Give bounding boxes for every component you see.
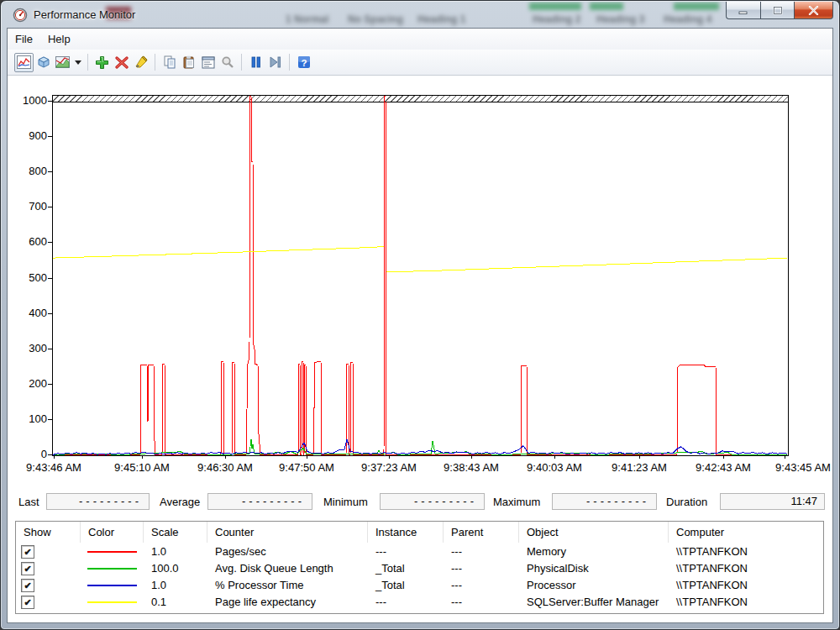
title-bar[interactable]: 1 NormalNo SpacingHeading 1Heading 2Head… xyxy=(2,2,838,29)
legend-cell-scale[interactable]: 1.0 xyxy=(144,543,207,560)
close-button[interactable] xyxy=(795,2,833,19)
stat-label-maximum: Maximum xyxy=(493,496,540,508)
show-checkbox[interactable]: ✔ xyxy=(21,596,34,609)
maximize-button[interactable] xyxy=(760,2,795,19)
legend-cell-counter[interactable]: Page life expectancy xyxy=(207,594,368,611)
menu-file[interactable]: File xyxy=(8,30,40,48)
show-checkbox[interactable]: ✔ xyxy=(21,562,34,575)
blurred-green-blob xyxy=(529,3,581,10)
chart-series-canvas xyxy=(53,96,788,455)
x-axis-tick-mark xyxy=(639,455,640,459)
show-checkbox[interactable]: ✔ xyxy=(21,579,34,592)
x-axis-tick-mark xyxy=(723,455,724,459)
x-axis-tick-mark xyxy=(471,455,472,459)
minimize-button[interactable] xyxy=(726,2,760,19)
legend-cell-parent[interactable]: --- xyxy=(444,543,519,560)
svg-text:?: ? xyxy=(301,58,307,68)
legend-header-object[interactable]: Object xyxy=(519,522,669,543)
stat-value-maximum: --------- xyxy=(552,493,657,510)
stat-value-average: --------- xyxy=(207,493,312,510)
legend-header-instance[interactable]: Instance xyxy=(368,522,444,543)
x-axis-tick-label: 9:41:23 AM xyxy=(601,461,678,474)
menu-bar: File Help xyxy=(8,29,832,50)
legend-header-show[interactable]: Show xyxy=(16,522,81,543)
x-axis-tick-label: 9:37:23 AM xyxy=(350,461,428,474)
help-button[interactable]: ? xyxy=(294,53,313,72)
step-forward-icon xyxy=(269,56,281,68)
properties-button[interactable] xyxy=(198,53,218,72)
zoom-button[interactable] xyxy=(218,53,237,72)
stat-label-average: Average xyxy=(160,496,200,508)
legend-cell-instance[interactable]: --- xyxy=(368,543,444,560)
menu-help[interactable]: Help xyxy=(40,30,78,48)
update-data-button[interactable] xyxy=(265,53,285,72)
legend-cell-computer[interactable]: \\TPTANFKON xyxy=(669,560,823,577)
legend-header-parent[interactable]: Parent xyxy=(444,522,519,543)
freeze-display-button[interactable] xyxy=(246,53,265,72)
add-counters-button[interactable] xyxy=(92,53,112,72)
x-axis-tick-label: 9:43:45 AM xyxy=(764,461,840,474)
series-line-pages-sec xyxy=(53,97,787,455)
stat-label-duration: Duration xyxy=(666,496,707,508)
legend-header-counter[interactable]: Counter xyxy=(207,522,368,543)
counter-legend-table: ShowColorScaleCounterInstanceParentObjec… xyxy=(15,521,824,614)
legend-cell-object[interactable]: Processor xyxy=(519,577,669,594)
legend-cell-computer[interactable]: \\TPTANFKON xyxy=(669,594,823,611)
series-line-page-life-expectancy xyxy=(53,247,384,259)
change-graph-type-button[interactable] xyxy=(53,53,72,72)
blurred-green-blob xyxy=(590,3,623,10)
legend-cell-scale[interactable]: 1.0 xyxy=(144,577,207,594)
legend-cell-parent[interactable]: --- xyxy=(444,560,519,577)
view-log-data-button[interactable] xyxy=(34,53,53,72)
paste-counter-list-button[interactable] xyxy=(179,53,198,72)
y-axis-tick-label: 400 xyxy=(10,307,47,319)
legend-cell-counter[interactable]: Pages/sec xyxy=(207,543,368,560)
blurred-background-item: Heading 1 xyxy=(417,13,465,25)
stat-label-last: Last xyxy=(18,496,39,508)
x-axis-tick-mark xyxy=(785,455,785,459)
stat-value-duration: 11:47 xyxy=(720,493,825,510)
legend-cell-instance[interactable]: _Total xyxy=(368,577,444,594)
pause-icon xyxy=(250,56,262,68)
x-axis-tick-mark xyxy=(142,455,143,459)
legend-cell-object[interactable]: PhysicalDisk xyxy=(519,560,669,577)
legend-cell-computer[interactable]: \\TPTANFKON xyxy=(669,577,823,594)
maximize-icon xyxy=(773,6,783,15)
window-title: Performance Monitor xyxy=(34,8,135,21)
legend-cell-counter[interactable]: % Processor Time xyxy=(207,577,368,594)
graph-type-dropdown[interactable] xyxy=(72,53,83,72)
legend-cell-parent[interactable]: --- xyxy=(444,594,519,611)
legend-cell-object[interactable]: Memory xyxy=(519,543,669,560)
properties-icon xyxy=(202,56,215,69)
legend-cell-object[interactable]: SQLServer:Buffer Manager xyxy=(519,594,669,611)
highlight-button[interactable] xyxy=(131,53,150,72)
y-axis-tick-label: 200 xyxy=(10,377,47,390)
legend-cell-scale[interactable]: 0.1 xyxy=(144,594,207,611)
legend-cell-instance[interactable]: _Total xyxy=(368,560,444,577)
caption-button-group xyxy=(726,2,833,19)
toolbar-separator xyxy=(155,54,155,71)
legend-cell-instance[interactable]: --- xyxy=(368,594,444,611)
x-axis-tick-mark xyxy=(54,455,55,459)
legend-cell-parent[interactable]: --- xyxy=(444,577,519,594)
legend-cell-counter[interactable]: Avg. Disk Queue Length xyxy=(207,560,368,577)
legend-cell-scale[interactable]: 100.0 xyxy=(144,560,207,577)
x-axis-tick-mark xyxy=(225,455,226,459)
blurred-background-item: Heading 2 xyxy=(533,13,580,25)
counter-color-swatch xyxy=(87,601,137,603)
legend-header-scale[interactable]: Scale xyxy=(144,522,207,543)
counter-color-swatch xyxy=(87,551,137,553)
chart-plot-area[interactable] xyxy=(52,95,789,456)
add-plus-icon xyxy=(95,55,109,70)
legend-cell-computer[interactable]: \\TPTANFKON xyxy=(669,543,823,560)
y-axis-tick-label: 700 xyxy=(10,200,47,213)
legend-header-computer[interactable]: Computer xyxy=(669,522,823,543)
legend-header-color[interactable]: Color xyxy=(81,522,144,543)
copy-properties-button[interactable] xyxy=(160,53,179,72)
delete-counter-button[interactable] xyxy=(112,53,131,72)
chevron-down-icon xyxy=(75,60,81,65)
blurred-background-item: Heading 3 xyxy=(596,13,644,25)
view-current-activity-button[interactable] xyxy=(14,53,34,72)
show-checkbox[interactable]: ✔ xyxy=(21,545,34,559)
y-axis-tick-label: 1000 xyxy=(10,94,47,107)
